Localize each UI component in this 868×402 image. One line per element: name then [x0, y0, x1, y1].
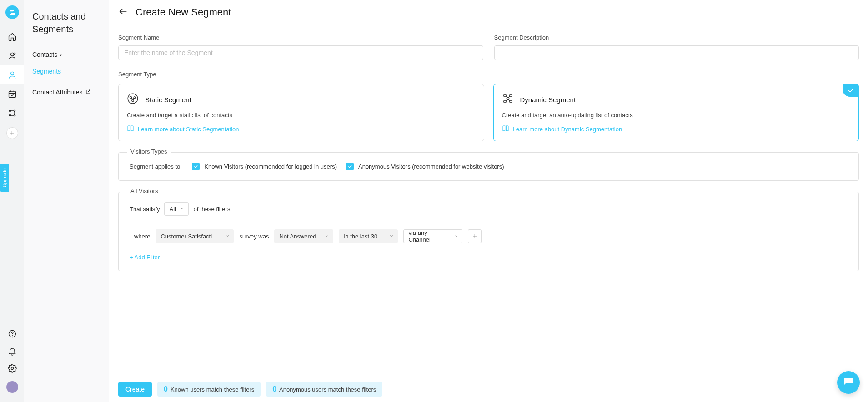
segment-type-label: Segment Type	[118, 71, 859, 78]
svg-point-6	[9, 114, 10, 116]
chevron-down-icon	[389, 233, 394, 240]
app-logo[interactable]	[5, 5, 19, 19]
segment-desc-label: Segment Description	[494, 34, 859, 41]
nav-add-button[interactable]: +	[6, 127, 18, 139]
static-segment-link[interactable]: Learn more about Static Segmentation	[127, 125, 476, 134]
user-avatar[interactable]	[6, 381, 18, 393]
anon-match-pill: 0 Anonymous users match these filters	[266, 382, 382, 397]
link-text: Learn more about Dynamic Segmentation	[513, 126, 622, 133]
svg-point-10	[11, 367, 13, 370]
svg-point-12	[130, 97, 132, 99]
chevron-down-icon	[454, 233, 458, 240]
select-value: All	[169, 206, 176, 213]
metric-select[interactable]: Customer Satisfactio…	[156, 229, 234, 243]
back-button[interactable]	[118, 6, 128, 18]
visitors-types-legend: Visitors Types	[127, 148, 171, 155]
dynamic-segment-card[interactable]: Dynamic Segment Create and target an aut…	[493, 84, 859, 141]
notifications-icon[interactable]	[0, 347, 24, 356]
visitors-types-fieldset: Visitors Types Segment applies to Known …	[118, 152, 859, 181]
answered-select[interactable]: Not Answered	[274, 229, 333, 243]
anon-match-text: Anonymous users match these filters	[279, 386, 376, 393]
chevron-down-icon	[180, 206, 185, 213]
selected-check-icon	[843, 84, 859, 97]
static-segment-desc: Create and target a static list of conta…	[127, 112, 476, 119]
svg-point-13	[134, 97, 135, 99]
known-match-pill: 0 Known users match these filters	[157, 382, 261, 397]
segment-name-input[interactable]	[118, 45, 483, 60]
select-value: via any Channel	[408, 229, 449, 243]
book-icon	[127, 125, 134, 134]
book-icon	[502, 125, 509, 134]
nav-surveys-icon[interactable]	[0, 46, 24, 65]
sidebar-title: Contacts and Segments	[32, 10, 100, 35]
help-icon[interactable]	[0, 329, 24, 338]
sidebar-item-label: Segments	[32, 68, 61, 75]
known-count: 0	[164, 385, 168, 393]
dynamic-segment-icon	[502, 93, 514, 106]
add-filter-button[interactable]: + Add Filter	[130, 254, 848, 261]
dynamic-segment-desc: Create and target an auto-updating list …	[502, 112, 851, 119]
svg-point-0	[10, 53, 14, 56]
main-content: Create New Segment Segment Name Segment …	[109, 0, 868, 402]
svg-point-15	[503, 94, 506, 97]
page-title: Create New Segment	[135, 6, 231, 18]
svg-point-17	[503, 100, 506, 103]
svg-point-2	[10, 72, 14, 75]
segment-name-label: Segment Name	[118, 34, 483, 41]
anonymous-visitors-checkbox[interactable]	[346, 163, 354, 170]
svg-point-18	[509, 100, 512, 103]
chevron-right-icon: ›	[60, 51, 62, 58]
icon-rail: + Upgrade	[0, 0, 24, 402]
applies-to-label: Segment applies to	[130, 163, 180, 170]
all-visitors-fieldset: All Visitors That satisfy All of these f…	[118, 192, 859, 271]
satisfy-select[interactable]: All	[164, 202, 189, 216]
page-header: Create New Segment	[109, 0, 868, 25]
survey-was-text: survey was	[239, 233, 269, 240]
svg-point-7	[14, 114, 15, 116]
sidebar-separator	[32, 82, 100, 82]
dynamic-segment-link[interactable]: Learn more about Dynamic Segmentation	[502, 125, 851, 134]
satisfy-post-text: of these filters	[193, 206, 230, 213]
known-visitors-checkbox[interactable]	[192, 163, 200, 170]
footer-bar: Create 0 Known users match these filters…	[109, 377, 868, 402]
all-visitors-legend: All Visitors	[127, 188, 161, 194]
nav-contacts-icon[interactable]	[0, 65, 24, 84]
create-button[interactable]: Create	[118, 382, 152, 397]
settings-icon[interactable]	[0, 364, 24, 373]
select-value: in the last 30 …	[344, 233, 385, 240]
dynamic-segment-title: Dynamic Segment	[520, 96, 576, 104]
svg-rect-3	[9, 91, 15, 97]
chevron-down-icon	[325, 233, 329, 240]
sidebar-item-label: Contact Attributes	[32, 89, 83, 96]
upgrade-button[interactable]: Upgrade	[0, 164, 9, 192]
nav-workflows-icon[interactable]	[0, 104, 24, 123]
select-value: Customer Satisfactio…	[161, 233, 220, 240]
channel-select[interactable]: via any Channel	[403, 229, 462, 243]
select-value: Not Answered	[279, 233, 316, 240]
chevron-down-icon	[225, 233, 230, 240]
add-condition-button[interactable]: +	[468, 229, 482, 243]
sidebar: Contacts and Segments Contacts › Segment…	[24, 0, 109, 402]
period-select[interactable]: in the last 30 …	[339, 229, 398, 243]
svg-point-1	[14, 53, 15, 54]
sidebar-item-contact-attributes[interactable]: Contact Attributes	[32, 84, 100, 101]
svg-point-14	[132, 99, 134, 101]
sidebar-item-contacts[interactable]: Contacts ›	[32, 46, 100, 63]
svg-point-9	[12, 336, 12, 336]
svg-point-11	[128, 94, 138, 104]
svg-point-5	[14, 110, 15, 111]
where-text: where	[134, 233, 150, 240]
svg-point-4	[9, 110, 10, 111]
external-link-icon	[85, 89, 91, 96]
sidebar-item-segments[interactable]: Segments	[32, 63, 100, 80]
segment-desc-input[interactable]	[494, 45, 859, 60]
nav-calendar-icon[interactable]	[0, 84, 24, 104]
svg-point-16	[509, 94, 512, 97]
static-segment-icon	[127, 93, 139, 106]
static-segment-card[interactable]: Static Segment Create and target a stati…	[118, 84, 484, 141]
known-match-text: Known users match these filters	[171, 386, 254, 393]
link-text: Learn more about Static Segmentation	[138, 126, 239, 133]
chat-bubble-button[interactable]	[837, 371, 860, 394]
nav-home-icon[interactable]	[0, 27, 24, 46]
static-segment-title: Static Segment	[145, 96, 191, 104]
